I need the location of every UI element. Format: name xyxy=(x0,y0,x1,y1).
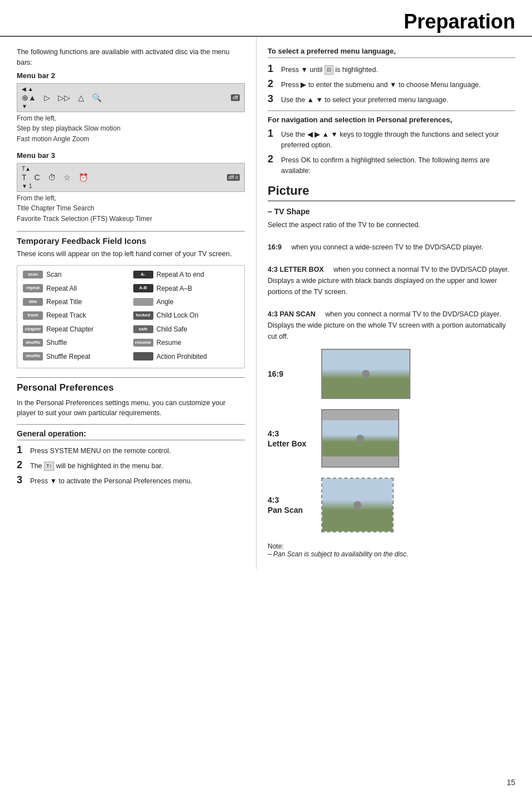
left-column: The following functions are available wi… xyxy=(0,37,257,569)
badge-repeat-chapter: chapter xyxy=(23,325,43,333)
menu-bar-2-top-arrow: ◀ ▲ xyxy=(22,86,33,92)
right-step-num-s3: 3 xyxy=(268,94,277,105)
icon-cell-child-safe: safe Child Safe xyxy=(131,324,241,335)
page-title: Preparation xyxy=(404,10,515,33)
badge-scan: scan xyxy=(23,271,43,278)
step-num-2: 2 xyxy=(17,460,26,472)
badge-resume: resume xyxy=(133,339,153,347)
right-step-text-s1: Press ▼ until ⊡ is highlighted. xyxy=(281,64,378,75)
tv-shapes-section: 16:9 4:3 Letter Box xyxy=(268,349,515,532)
label-repeat-ab: Repeat A–B xyxy=(157,285,192,292)
icon-fastfwd: ▷▷ xyxy=(58,93,70,102)
right-step-num-s1: 1 xyxy=(268,64,277,75)
personal-prefs-title: Personal Preferences xyxy=(17,382,245,393)
menu-bar-2-caption: From the left, xyxy=(17,114,245,122)
icon-cell-resume: resume Resume xyxy=(131,337,241,348)
tv-shape-row-169: 16:9 xyxy=(268,349,515,399)
step-2: 2 The T↑ will be highlighted in the menu… xyxy=(17,460,245,472)
tv-landscape-169 xyxy=(322,350,409,398)
nav-sel-header: For navigation and selection in Personal… xyxy=(268,116,515,124)
label-repeat-all: Repeat All xyxy=(46,285,77,292)
badge-repeat-ab: A-B xyxy=(133,284,153,292)
select-menu-lang-header: To select a preferred menu language, xyxy=(268,47,515,58)
badge-repeat-title: title xyxy=(23,298,43,306)
menu-bar-2-icons: ⊕▲ ▷ ▷▷ △ 🔍 xyxy=(22,93,222,102)
menu-bar-2-bottom-arrow: ▼ xyxy=(22,103,27,109)
tv-frame-169 xyxy=(321,349,410,399)
right-step-select-1: 1 Press ▼ until ⊡ is highlighted. xyxy=(268,64,515,75)
tv-frame-43ps xyxy=(321,478,394,532)
badge-repeat-all: repeat xyxy=(23,284,43,292)
letterbox-band-top xyxy=(322,410,398,420)
menu-bar-3-caption: From the left, xyxy=(17,194,245,202)
right-step-num-n2: 2 xyxy=(268,154,277,176)
icon-cell-repeat-track: track Repeat Track xyxy=(21,310,131,321)
badge-shuffle: shuffle xyxy=(23,339,43,347)
right-step-num-s2: 2 xyxy=(268,79,277,90)
label-repeat-chapter: Repeat Chapter xyxy=(46,325,94,333)
menu-bar-3-items: Title Chapter Time Search Favorite Track… xyxy=(17,203,245,224)
tv-shape-heading: TV Shape xyxy=(274,207,310,216)
label-angle: Angle xyxy=(157,298,174,306)
general-op-title: General operation: xyxy=(17,429,245,440)
icon-cell-shuffle-repeat: shuffle Shuffle Repeat xyxy=(21,350,131,362)
menu-icon-inline: T↑ xyxy=(44,462,54,472)
label-repeat-a-end: Repeat A to end xyxy=(157,271,204,278)
badge-repeat-track: track xyxy=(23,311,43,319)
tv-shape-title: – TV Shape xyxy=(268,207,515,216)
divider-general-op xyxy=(17,424,245,425)
step-num-1: 1 xyxy=(17,445,26,456)
feedback-desc: These icons will appear on the top left … xyxy=(17,249,245,259)
badge-child-lock: locked xyxy=(133,311,153,319)
icon-row-6: shuffle Shuffle resume Resume xyxy=(21,337,241,348)
dff-badge-2: dff xyxy=(231,94,240,101)
icon-cell-repeat-ab: A-B Repeat A–B xyxy=(131,282,241,294)
right-step-select-3: 3 Use the ▲ ▼ to select your preferred m… xyxy=(268,94,515,105)
icon-timer: ⏰ xyxy=(79,173,88,182)
icon-angle: △ xyxy=(78,93,84,102)
note-section: Note: – Pan Scan is subject to availabil… xyxy=(268,542,515,558)
note-title: Note: xyxy=(268,542,284,550)
step-3: 3 Press ▼ to activate the Personal Prefe… xyxy=(17,475,245,487)
personal-prefs-desc: In the Personal Preferences settings men… xyxy=(17,398,245,419)
icon-cell-shuffle: shuffle Shuffle xyxy=(21,337,131,348)
page-number: 15 xyxy=(506,778,515,787)
right-step-nav-2: 2 Press OK to confirm a highlighted sele… xyxy=(268,154,515,176)
nav-sel-title: For navigation and selection in Personal… xyxy=(268,116,452,124)
icon-cell-angle: Angle xyxy=(131,296,241,307)
menu-bar-3-top-arrow: T▲ xyxy=(22,166,31,172)
right-step-select-2: 2 Press ▶ to enter the submenu and ▼ to … xyxy=(268,79,515,90)
icon-fav: ☆ xyxy=(64,173,71,182)
icon-row-4: track Repeat Track locked Child Lock On xyxy=(21,310,241,321)
label-action-prohibited: Action Prohibited xyxy=(157,353,207,360)
label-repeat-track: Repeat Track xyxy=(46,311,86,319)
right-step-text-s3: Use the ▲ ▼ to select your preferred men… xyxy=(281,94,448,105)
badge-repeat-a-end: A- xyxy=(133,271,153,278)
icon-clock: ⏱ xyxy=(48,173,56,182)
badge-action-prohibited xyxy=(133,352,153,360)
letterbox-band-bottom xyxy=(322,456,398,467)
menu-bar-3-bottom-arrow: ▼ 1 xyxy=(22,183,32,189)
circle-dot-43lb xyxy=(356,435,364,443)
circle-dot-43ps xyxy=(354,501,361,509)
right-step-text-s2: Press ▶ to enter the submenu and ▼ to ch… xyxy=(281,79,481,90)
label-43lb-inline: 4:3 LETTER BOX xyxy=(268,266,324,273)
menu-bar-3-label: Menu bar 3 xyxy=(17,151,245,160)
menu-bar-2-items: Step by step playback Slow motion Fast m… xyxy=(17,123,245,145)
tv-shape-label-43ps: 4:3 Pan Scan xyxy=(268,495,312,515)
step-num-3: 3 xyxy=(17,475,26,487)
step-1: 1 Press SYSTEM MENU on the remote contro… xyxy=(17,445,245,456)
icon-row-1: scan Scan A- Repeat A to end xyxy=(21,269,241,280)
menu-bar-2-graphic: ◀ ▲ ⊕▲ ▷ ▷▷ △ 🔍 dff ▼ xyxy=(17,83,245,112)
right-step-num-n1: 1 xyxy=(268,128,277,151)
icon-cell-repeat-title: title Repeat Title xyxy=(21,296,131,307)
tv-frame-43lb xyxy=(321,409,399,468)
dff-badge-3: dff 0 xyxy=(227,174,240,181)
tv-shape-row-43lb: 4:3 Letter Box xyxy=(268,409,515,468)
tv-shape-desc: Select the aspect ratio of the TV to be … xyxy=(268,219,515,342)
step-text-1: Press SYSTEM MENU on the remote control. xyxy=(30,445,171,456)
label-shuffle-repeat: Shuffle Repeat xyxy=(46,353,90,360)
menu-bar-3-icons: T C ⏱ ☆ ⏰ xyxy=(22,173,218,182)
note-text: – Pan Scan is subject to availability on… xyxy=(268,550,408,558)
icon-row-5: chapter Repeat Chapter safe Child Safe xyxy=(21,324,241,335)
